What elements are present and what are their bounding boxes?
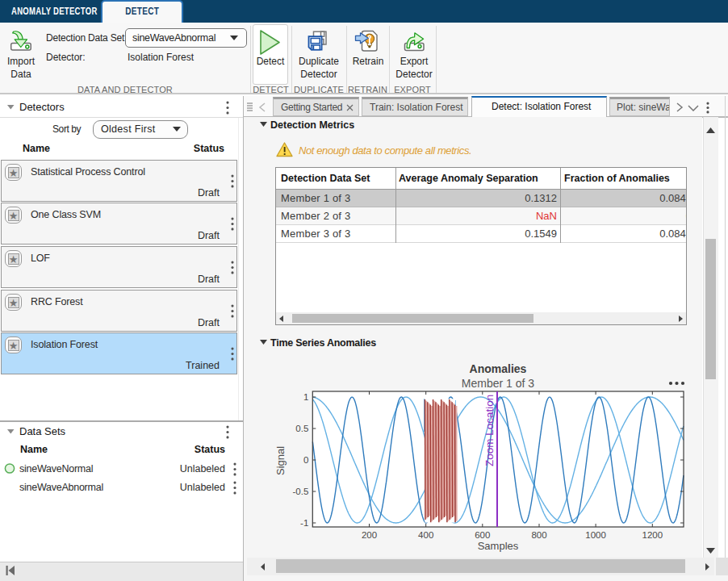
svg-text:Member 1 of 3: Member 1 of 3 xyxy=(462,377,534,390)
svg-text:800: 800 xyxy=(531,530,546,540)
svg-text:Signal: Signal xyxy=(274,446,287,475)
svg-text:1: 1 xyxy=(303,392,308,402)
svg-text:Zoom Location: Zoom Location xyxy=(483,395,496,466)
svg-text:600: 600 xyxy=(475,530,490,540)
svg-text:1000: 1000 xyxy=(585,530,606,540)
svg-text:200: 200 xyxy=(362,530,377,540)
svg-text:0: 0 xyxy=(303,455,308,465)
svg-text:Anomalies: Anomalies xyxy=(470,362,527,375)
svg-text:0.5: 0.5 xyxy=(295,424,308,433)
svg-text:1200: 1200 xyxy=(642,530,663,540)
svg-text:-1: -1 xyxy=(300,518,308,528)
svg-text:-0.5: -0.5 xyxy=(292,487,308,496)
svg-text:Samples: Samples xyxy=(478,540,519,552)
svg-text:400: 400 xyxy=(418,530,433,540)
